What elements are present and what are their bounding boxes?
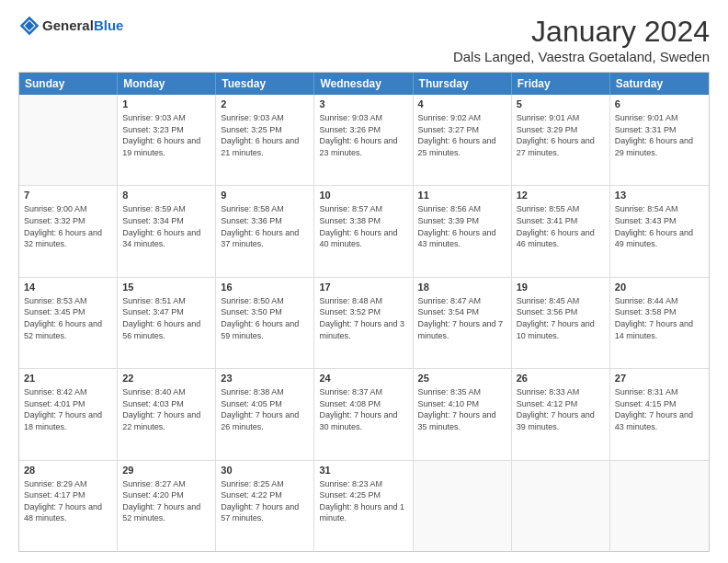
day-number: 12 xyxy=(517,190,605,201)
day-info: Sunrise: 8:42 AM Sunset: 4:01 PM Dayligh… xyxy=(24,386,112,432)
day-number: 6 xyxy=(615,98,704,109)
calendar-cell-4-3: 23Sunrise: 8:38 AM Sunset: 4:05 PM Dayli… xyxy=(216,369,314,459)
calendar-cell-4-7: 27Sunrise: 8:31 AM Sunset: 4:15 PM Dayli… xyxy=(610,369,709,459)
day-info: Sunrise: 8:35 AM Sunset: 4:10 PM Dayligh… xyxy=(418,386,506,432)
day-number: 16 xyxy=(221,282,309,293)
logo: GeneralBlue xyxy=(18,15,123,37)
logo-text: GeneralBlue xyxy=(42,18,123,34)
calendar-cell-4-6: 26Sunrise: 8:33 AM Sunset: 4:12 PM Dayli… xyxy=(512,369,610,459)
calendar-cell-5-7 xyxy=(610,461,709,551)
calendar-header: Sunday Monday Tuesday Wednesday Thursday… xyxy=(19,73,709,95)
calendar-cell-2-4: 10Sunrise: 8:57 AM Sunset: 3:38 PM Dayli… xyxy=(314,186,413,276)
header: GeneralBlue January 2024 Dals Langed, Va… xyxy=(18,15,710,64)
day-info: Sunrise: 8:50 AM Sunset: 3:50 PM Dayligh… xyxy=(221,295,309,341)
day-info: Sunrise: 8:59 AM Sunset: 3:34 PM Dayligh… xyxy=(122,203,210,249)
calendar-week-5: 28Sunrise: 8:29 AM Sunset: 4:17 PM Dayli… xyxy=(19,461,709,551)
calendar-cell-2-1: 7Sunrise: 9:00 AM Sunset: 3:32 PM Daylig… xyxy=(19,186,118,276)
calendar-cell-1-3: 2Sunrise: 9:03 AM Sunset: 3:25 PM Daylig… xyxy=(216,95,314,185)
day-info: Sunrise: 8:44 AM Sunset: 3:58 PM Dayligh… xyxy=(615,295,704,341)
calendar-cell-3-3: 16Sunrise: 8:50 AM Sunset: 3:50 PM Dayli… xyxy=(216,278,314,368)
day-number: 26 xyxy=(517,373,605,384)
day-number: 19 xyxy=(517,282,605,293)
calendar-cell-5-6 xyxy=(512,461,610,551)
day-number: 20 xyxy=(615,282,704,293)
day-info: Sunrise: 9:03 AM Sunset: 3:26 PM Dayligh… xyxy=(319,112,407,158)
title-block: January 2024 Dals Langed, Vaestra Goetal… xyxy=(453,15,710,64)
calendar-cell-4-4: 24Sunrise: 8:37 AM Sunset: 4:08 PM Dayli… xyxy=(314,369,413,459)
calendar-cell-5-4: 31Sunrise: 8:23 AM Sunset: 4:25 PM Dayli… xyxy=(314,461,413,551)
calendar-cell-4-5: 25Sunrise: 8:35 AM Sunset: 4:10 PM Dayli… xyxy=(414,369,512,459)
day-info: Sunrise: 9:02 AM Sunset: 3:27 PM Dayligh… xyxy=(418,112,506,158)
day-number: 17 xyxy=(319,282,407,293)
day-info: Sunrise: 8:47 AM Sunset: 3:54 PM Dayligh… xyxy=(418,295,506,341)
day-number: 23 xyxy=(221,373,309,384)
day-number: 24 xyxy=(319,373,407,384)
day-info: Sunrise: 9:01 AM Sunset: 3:29 PM Dayligh… xyxy=(517,112,605,158)
calendar-cell-3-4: 17Sunrise: 8:48 AM Sunset: 3:52 PM Dayli… xyxy=(314,278,413,368)
day-info: Sunrise: 8:27 AM Sunset: 4:20 PM Dayligh… xyxy=(122,478,210,524)
day-info: Sunrise: 8:33 AM Sunset: 4:12 PM Dayligh… xyxy=(517,386,605,432)
day-number: 8 xyxy=(122,190,210,201)
calendar-cell-2-2: 8Sunrise: 8:59 AM Sunset: 3:34 PM Daylig… xyxy=(118,186,216,276)
day-number: 1 xyxy=(122,98,210,109)
day-number: 18 xyxy=(418,282,506,293)
day-number: 30 xyxy=(221,465,309,476)
calendar-week-1: 1Sunrise: 9:03 AM Sunset: 3:23 PM Daylig… xyxy=(19,95,709,186)
calendar-week-2: 7Sunrise: 9:00 AM Sunset: 3:32 PM Daylig… xyxy=(19,186,709,277)
day-number: 11 xyxy=(418,190,506,201)
day-info: Sunrise: 8:37 AM Sunset: 4:08 PM Dayligh… xyxy=(319,386,407,432)
logo-general: General xyxy=(42,17,94,33)
day-info: Sunrise: 9:00 AM Sunset: 3:32 PM Dayligh… xyxy=(24,203,112,249)
day-number: 3 xyxy=(319,98,407,109)
calendar-cell-3-7: 20Sunrise: 8:44 AM Sunset: 3:58 PM Dayli… xyxy=(610,278,709,368)
day-number: 27 xyxy=(615,373,704,384)
calendar: Sunday Monday Tuesday Wednesday Thursday… xyxy=(18,72,710,552)
calendar-cell-4-2: 22Sunrise: 8:40 AM Sunset: 4:03 PM Dayli… xyxy=(118,369,216,459)
day-number: 14 xyxy=(24,282,112,293)
day-info: Sunrise: 9:03 AM Sunset: 3:23 PM Dayligh… xyxy=(122,112,210,158)
month-title: January 2024 xyxy=(453,15,710,49)
day-number: 22 xyxy=(122,373,210,384)
calendar-cell-2-5: 11Sunrise: 8:56 AM Sunset: 3:39 PM Dayli… xyxy=(414,186,512,276)
day-info: Sunrise: 9:03 AM Sunset: 3:25 PM Dayligh… xyxy=(221,112,309,158)
day-number: 31 xyxy=(319,465,407,476)
day-info: Sunrise: 8:29 AM Sunset: 4:17 PM Dayligh… xyxy=(24,478,112,524)
subtitle: Dals Langed, Vaestra Goetaland, Sweden xyxy=(453,49,710,64)
calendar-cell-3-1: 14Sunrise: 8:53 AM Sunset: 3:45 PM Dayli… xyxy=(19,278,118,368)
day-number: 28 xyxy=(24,465,112,476)
header-thursday: Thursday xyxy=(414,73,512,95)
calendar-cell-3-2: 15Sunrise: 8:51 AM Sunset: 3:47 PM Dayli… xyxy=(118,278,216,368)
calendar-cell-1-2: 1Sunrise: 9:03 AM Sunset: 3:23 PM Daylig… xyxy=(118,95,216,185)
day-number: 9 xyxy=(221,190,309,201)
calendar-cell-5-2: 29Sunrise: 8:27 AM Sunset: 4:20 PM Dayli… xyxy=(118,461,216,551)
calendar-cell-1-7: 6Sunrise: 9:01 AM Sunset: 3:31 PM Daylig… xyxy=(610,95,709,185)
day-info: Sunrise: 8:57 AM Sunset: 3:38 PM Dayligh… xyxy=(319,203,407,249)
header-wednesday: Wednesday xyxy=(314,73,413,95)
header-saturday: Saturday xyxy=(610,73,709,95)
day-info: Sunrise: 8:54 AM Sunset: 3:43 PM Dayligh… xyxy=(615,203,704,249)
calendar-week-4: 21Sunrise: 8:42 AM Sunset: 4:01 PM Dayli… xyxy=(19,369,709,460)
day-info: Sunrise: 8:48 AM Sunset: 3:52 PM Dayligh… xyxy=(319,295,407,341)
day-number: 7 xyxy=(24,190,112,201)
calendar-cell-5-3: 30Sunrise: 8:25 AM Sunset: 4:22 PM Dayli… xyxy=(216,461,314,551)
calendar-cell-2-6: 12Sunrise: 8:55 AM Sunset: 3:41 PM Dayli… xyxy=(512,186,610,276)
calendar-cell-3-5: 18Sunrise: 8:47 AM Sunset: 3:54 PM Dayli… xyxy=(414,278,512,368)
header-monday: Monday xyxy=(118,73,216,95)
calendar-cell-3-6: 19Sunrise: 8:45 AM Sunset: 3:56 PM Dayli… xyxy=(512,278,610,368)
day-info: Sunrise: 8:23 AM Sunset: 4:25 PM Dayligh… xyxy=(319,478,407,524)
calendar-cell-4-1: 21Sunrise: 8:42 AM Sunset: 4:01 PM Dayli… xyxy=(19,369,118,459)
day-info: Sunrise: 8:31 AM Sunset: 4:15 PM Dayligh… xyxy=(615,386,704,432)
day-number: 2 xyxy=(221,98,309,109)
calendar-cell-1-5: 4Sunrise: 9:02 AM Sunset: 3:27 PM Daylig… xyxy=(414,95,512,185)
day-info: Sunrise: 8:56 AM Sunset: 3:39 PM Dayligh… xyxy=(418,203,506,249)
day-number: 10 xyxy=(319,190,407,201)
day-number: 21 xyxy=(24,373,112,384)
calendar-cell-1-6: 5Sunrise: 9:01 AM Sunset: 3:29 PM Daylig… xyxy=(512,95,610,185)
day-info: Sunrise: 8:40 AM Sunset: 4:03 PM Dayligh… xyxy=(122,386,210,432)
calendar-cell-5-1: 28Sunrise: 8:29 AM Sunset: 4:17 PM Dayli… xyxy=(19,461,118,551)
calendar-cell-2-3: 9Sunrise: 8:58 AM Sunset: 3:36 PM Daylig… xyxy=(216,186,314,276)
calendar-cell-1-1 xyxy=(19,95,118,185)
calendar-cell-1-4: 3Sunrise: 9:03 AM Sunset: 3:26 PM Daylig… xyxy=(314,95,413,185)
calendar-body: 1Sunrise: 9:03 AM Sunset: 3:23 PM Daylig… xyxy=(19,95,709,551)
header-sunday: Sunday xyxy=(19,73,118,95)
